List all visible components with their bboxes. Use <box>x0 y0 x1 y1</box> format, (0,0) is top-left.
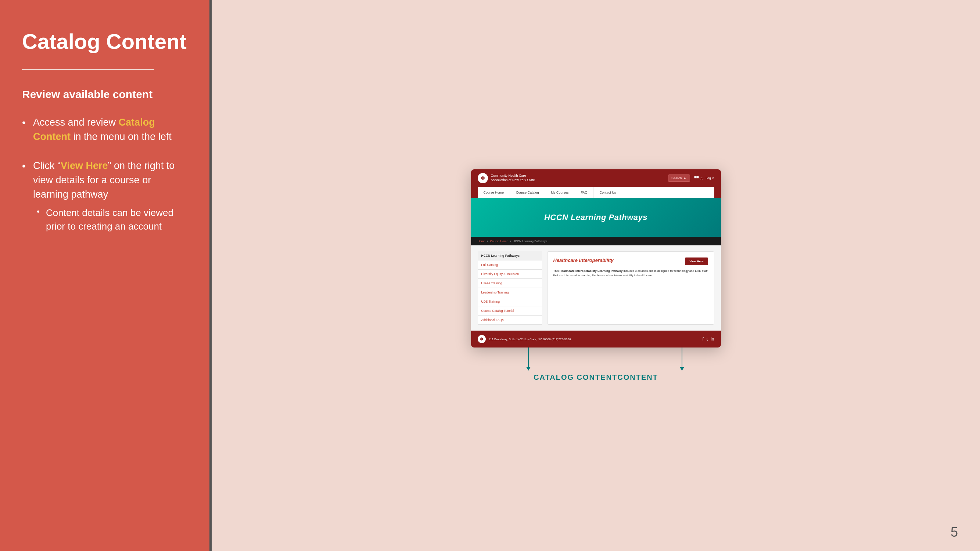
login-label[interactable]: Log in <box>705 176 714 180</box>
list-item: Click “View Here” on the right to view d… <box>22 159 188 233</box>
desc-bold: Healthcare Interoperability Learning Pat… <box>560 269 623 273</box>
course-card-description: This Healthcare Interoperability Learnin… <box>554 269 708 278</box>
sub-bullet-list: Content details can be viewed prior to c… <box>33 206 188 233</box>
breadcrumb-current: HCCN Learning Pathways <box>513 240 547 243</box>
search-arrow-icon: ► <box>684 176 687 180</box>
nav-course-catalog[interactable]: Course Catalog <box>510 187 545 198</box>
view-here-button[interactable]: View Here <box>685 257 708 265</box>
bullet-highlight-view: View Here <box>60 160 108 171</box>
nav-contact-us[interactable]: Contact Us <box>594 187 622 198</box>
annotation-catalog-content: CATALOG CONTENT <box>533 373 617 382</box>
logo-line1: Community Health Care <box>491 174 535 178</box>
browser-mockup: ❄ Community Health Care Association of N… <box>471 169 721 348</box>
bullet-text-before: Access and review <box>33 117 119 128</box>
left-panel: Catalog Content Review available content… <box>0 0 210 551</box>
logo-icon: ❄ <box>478 173 488 183</box>
main-content-area: HCCN Learning Pathways Full Catalog Dive… <box>471 245 721 330</box>
annotation-labels: CATALOG CONTENT CONTENT <box>526 373 665 382</box>
search-text: Search <box>671 176 682 180</box>
desc-prefix: This <box>554 269 560 273</box>
sidebar-item-hccn[interactable]: HCCN Learning Pathways <box>478 251 542 260</box>
twitter-icon[interactable]: t <box>706 337 708 341</box>
site-header: ❄ Community Health Care Association of N… <box>471 169 721 187</box>
sub-bullet-text: Content details can be viewed prior to c… <box>46 207 173 232</box>
bullet-list: Access and review Catalog Content in the… <box>22 115 188 248</box>
footer-address: 111 Broadway, Suite 1402 New York, NY 10… <box>489 338 571 341</box>
footer-logo-icon: ❄ <box>478 335 486 343</box>
content-wrapper: ❄ Community Health Care Association of N… <box>241 169 951 382</box>
sidebar-menu: HCCN Learning Pathways Full Catalog Dive… <box>478 251 542 325</box>
sidebar-item-faqs[interactable]: Additional FAQs <box>478 316 542 325</box>
bullet-text-before: Click “ <box>33 160 60 171</box>
sidebar-item-catalog-tutorial[interactable]: Course Catalog Tutorial <box>478 306 542 316</box>
sidebar-item-hipaa[interactable]: HIPAA Training <box>478 279 542 288</box>
bullet-text-after: in the menu on the left <box>70 131 172 142</box>
breadcrumb-course-home[interactable]: Course Home <box>490 240 508 243</box>
facebook-icon[interactable]: f <box>702 337 703 341</box>
cart-login-area: ▀▀ (0) Log in <box>695 176 714 180</box>
arrow-container <box>471 348 721 370</box>
breadcrumb-home[interactable]: Home <box>478 240 485 243</box>
breadcrumb-bar: Home > Course Home > HCCN Learning Pathw… <box>471 237 721 245</box>
page-number: 5 <box>951 524 958 540</box>
linkedin-icon[interactable]: in <box>711 337 714 341</box>
nav-my-courses[interactable]: My Courses <box>545 187 575 198</box>
footer-social: f t in <box>702 337 714 341</box>
sidebar-item-uds[interactable]: UDS Training <box>478 297 542 306</box>
sub-list-item: Content details can be viewed prior to c… <box>33 206 188 233</box>
course-card: Healthcare Interoperability View Here Th… <box>547 251 714 325</box>
footer-left: ❄ 111 Broadway, Suite 1402 New York, NY … <box>478 335 571 343</box>
right-panel: ❄ Community Health Care Association of N… <box>212 0 980 551</box>
arrow-line-left <box>528 348 529 368</box>
nav-faq[interactable]: FAQ <box>575 187 594 198</box>
breadcrumb-sep2: > <box>510 240 512 243</box>
divider <box>22 69 154 70</box>
sidebar-item-full-catalog[interactable]: Full Catalog <box>478 260 542 270</box>
course-card-title: Healthcare Interoperability <box>554 257 614 263</box>
cart-label[interactable]: ▀▀ (0) <box>695 176 704 180</box>
search-bar[interactable]: Search ► <box>668 175 690 182</box>
logo-text: Community Health Care Association of New… <box>491 174 535 182</box>
logo-line2: Association of New York State <box>491 178 535 183</box>
sidebar-item-diversity[interactable]: Diversity Equity & Inclusion <box>478 270 542 279</box>
hero-banner: HCCN Learning Pathways <box>471 198 721 237</box>
annotation-content: CONTENT <box>617 373 658 382</box>
nav-course-home[interactable]: Course Home <box>478 187 511 198</box>
slide-title: Catalog Content <box>22 29 188 54</box>
hero-title: HCCN Learning Pathways <box>479 213 714 222</box>
site-nav: Course Home Course Catalog My Courses FA… <box>471 187 721 198</box>
list-item: Access and review Catalog Content in the… <box>22 115 188 144</box>
breadcrumb-sep1: > <box>487 240 489 243</box>
site-footer: ❄ 111 Broadway, Suite 1402 New York, NY … <box>471 330 721 348</box>
sidebar-item-leadership[interactable]: Leadership Training <box>478 288 542 297</box>
course-card-header: Healthcare Interoperability View Here <box>554 257 708 265</box>
subtitle: Review available content <box>22 88 188 101</box>
nav-bar-inner: Course Home Course Catalog My Courses FA… <box>478 187 714 198</box>
logo-area: ❄ Community Health Care Association of N… <box>478 173 535 183</box>
header-right: Search ► ▀▀ (0) Log in <box>668 175 714 182</box>
arrow-line-right <box>682 348 682 368</box>
